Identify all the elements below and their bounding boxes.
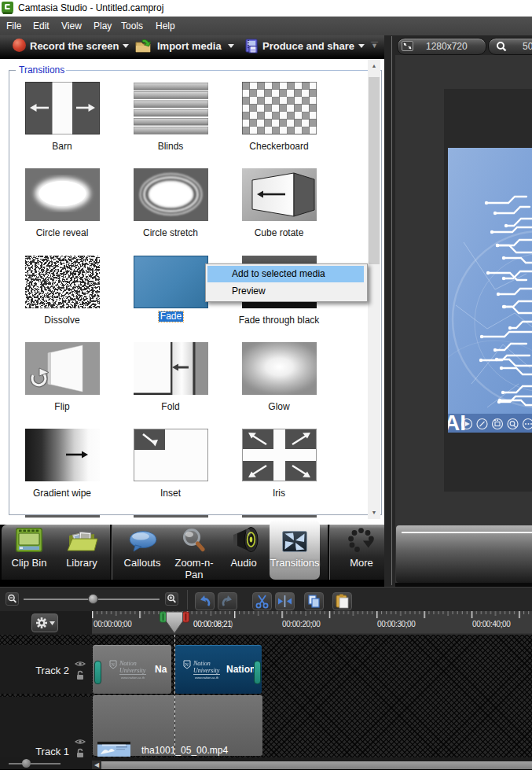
- svg-text:University: University: [193, 667, 220, 674]
- svg-text:Nation: Nation: [193, 660, 211, 667]
- svg-text:University: University: [119, 667, 146, 674]
- svg-text:www.nation.ac.th: www.nation.ac.th: [121, 676, 145, 680]
- svg-text:Nation: Nation: [119, 660, 137, 667]
- svg-text:N: N: [112, 662, 116, 667]
- svg-text:AI: AI: [448, 411, 466, 433]
- svg-text:N: N: [185, 662, 189, 667]
- svg-text:www.nation.ac.th: www.nation.ac.th: [195, 676, 218, 680]
